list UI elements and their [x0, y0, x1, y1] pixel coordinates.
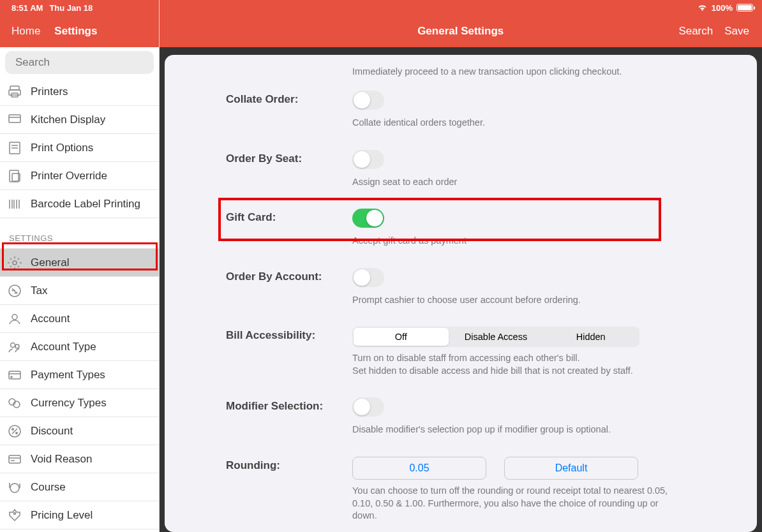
label-bill: Bill Accessibility:	[226, 327, 352, 342]
sidebar-item-kitchen-display[interactable]: Kitchen Display	[0, 106, 159, 134]
print-options-icon	[6, 140, 23, 156]
wifi-icon	[697, 4, 708, 11]
course-icon	[6, 479, 23, 496]
rounding-default-button[interactable]: Default	[504, 457, 638, 480]
print-override-icon	[6, 168, 23, 184]
desc-modifier: Disable modifier's selection pop up if m…	[352, 424, 679, 436]
sidebar-item-label: Payment Types	[31, 369, 105, 381]
sidebar-item-printer-override[interactable]: Printer Override	[0, 162, 159, 190]
row-order-by-seat: Order By Seat: Assign seat to each order	[165, 150, 757, 189]
sidebar-item-barcode-label-printing[interactable]: Barcode Label Printing	[0, 190, 159, 218]
sidebar-item-label: Discount	[31, 425, 73, 438]
sidebar-item-pricing-level[interactable]: Pricing Level	[0, 501, 159, 529]
desc-account: Prompt cashier to choose user account be…	[352, 294, 679, 307]
status-date: Thu Jan 18	[49, 3, 93, 13]
search-box[interactable]	[5, 51, 154, 74]
discount-icon	[6, 423, 23, 440]
row-collate-order: Collate Order: Collate identical orders …	[165, 91, 757, 129]
svg-rect-5	[9, 115, 20, 122]
header-save[interactable]: Save	[724, 25, 749, 38]
main-top: General Settings Search Save	[160, 15, 762, 47]
seg-bill-accessibility[interactable]: Off Disable Access Hidden	[352, 327, 639, 347]
seg-hidden[interactable]: Hidden	[543, 328, 638, 346]
sidebar-item-tax[interactable]: Tax	[0, 277, 159, 305]
settings-link[interactable]: Settings	[54, 25, 97, 38]
toggle-account[interactable]	[352, 268, 384, 287]
toggle-seat[interactable]	[352, 150, 384, 169]
svg-point-17	[13, 261, 17, 265]
svg-rect-31	[9, 455, 20, 463]
sidebar-item-label: Print Options	[31, 142, 93, 154]
header-search[interactable]: Search	[678, 25, 713, 38]
sidebar-item-label: Account Type	[31, 341, 96, 353]
sidebar-item-print-options[interactable]: Print Options	[0, 134, 159, 162]
sidebar-item-label: Tax	[31, 284, 47, 297]
display-icon	[6, 112, 23, 128]
sidebar-item-label: Kitchen Display	[31, 114, 105, 126]
svg-point-34	[10, 484, 19, 492]
battery-percent: 100%	[712, 3, 733, 13]
seg-off[interactable]: Off	[354, 328, 449, 346]
sidebar-list[interactable]: PrintersKitchen DisplayPrint OptionsPrin…	[0, 78, 159, 532]
svg-rect-3	[9, 90, 20, 95]
desc-seat: Assign seat to each order	[352, 176, 679, 189]
sidebar-item-void-reason[interactable]: Void Reason	[0, 445, 159, 473]
toggle-collate[interactable]	[352, 91, 384, 110]
rounding-value-button[interactable]: 0.05	[352, 457, 486, 480]
svg-line-28	[12, 429, 17, 434]
pricing-icon	[6, 507, 23, 524]
battery-icon	[736, 4, 753, 11]
home-link[interactable]: Home	[11, 25, 40, 38]
sidebar-item-account[interactable]: Account	[0, 305, 159, 333]
label-account: Order By Account:	[226, 268, 352, 283]
svg-point-19	[12, 314, 17, 320]
desc-collate: Collate identical orders together.	[352, 117, 679, 129]
desc-rounding: You can choose to turn off the rounding …	[352, 485, 679, 522]
sidebar-item-label: Printer Override	[31, 170, 107, 182]
settings-card: Immediately proceed to a new transaction…	[165, 55, 757, 532]
label-modifier: Modifier Selection:	[226, 397, 352, 413]
sidebar-item-label: Void Reason	[31, 453, 92, 466]
svg-point-30	[16, 432, 17, 433]
row-order-by-account: Order By Account: Prompt cashier to choo…	[165, 268, 757, 307]
seg-disable-access[interactable]: Disable Access	[449, 328, 544, 346]
row-rounding: Rounding: 0.05 Default You can choose to…	[165, 457, 757, 522]
sidebar-item-currency-types[interactable]: Currency Types	[0, 389, 159, 417]
svg-point-21	[15, 344, 19, 348]
svg-rect-22	[9, 371, 20, 379]
sidebar-item-account-type[interactable]: Account Type	[0, 333, 159, 361]
sidebar-section-settings: SETTINGS	[0, 218, 159, 249]
sidebar-item-label: Account	[31, 313, 70, 325]
desc-bill: Turn on to disable staff from accessing …	[352, 352, 679, 377]
barcode-icon	[6, 196, 23, 212]
search-input[interactable]	[15, 56, 151, 69]
label-collate: Collate Order:	[226, 91, 352, 106]
account-icon	[6, 311, 23, 327]
sidebar-topbar: Home Settings	[0, 15, 159, 47]
sidebar-item-printers[interactable]: Printers	[0, 78, 159, 106]
row-bill-accessibility: Bill Accessibility: Off Disable Access H…	[165, 327, 757, 377]
page-title: General Settings	[243, 25, 678, 38]
label-gift: Gift Card:	[226, 209, 352, 224]
svg-point-35	[14, 512, 16, 514]
main-status-bar: 100%	[160, 0, 762, 15]
tax-icon	[6, 283, 23, 299]
desc-gift: Accept gift card as payment	[352, 235, 679, 248]
payment-icon	[6, 367, 23, 383]
sidebar-item-general[interactable]: General	[0, 249, 159, 277]
label-seat: Order By Seat:	[226, 150, 352, 165]
svg-rect-10	[10, 170, 19, 182]
status-time: 8:51 AM	[11, 3, 43, 13]
row-modifier-selection: Modifier Selection: Disable modifier's s…	[165, 397, 757, 436]
toggle-gift-card[interactable]	[352, 209, 384, 228]
svg-rect-2	[10, 86, 19, 90]
toggle-modifier[interactable]	[352, 397, 384, 417]
sidebar-item-discount[interactable]: Discount	[0, 417, 159, 445]
void-icon	[6, 451, 23, 468]
sidebar-item-payment-types[interactable]: Payment Types	[0, 361, 159, 389]
intro-text: Immediately proceed to a new transaction…	[165, 66, 757, 91]
currency-icon	[6, 395, 23, 411]
sidebar-item-course[interactable]: Course	[0, 473, 159, 501]
svg-point-20	[11, 343, 15, 347]
printer-icon	[6, 84, 23, 100]
